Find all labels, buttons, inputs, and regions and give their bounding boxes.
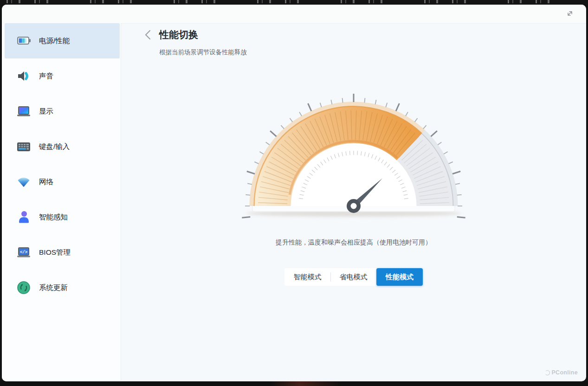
sidebar-item-network[interactable]: 网络 [5, 164, 120, 199]
mode-group: 智能模式 省电模式 性能模式 [284, 268, 423, 286]
sidebar-item-label: 系统更新 [39, 283, 68, 293]
watermark-label: PConline [551, 369, 578, 376]
sidebar-item-system-update[interactable]: 系统更新 [5, 270, 120, 305]
mode-button-smart[interactable]: 智能模式 [284, 268, 330, 286]
sidebar-item-label: 显示 [39, 107, 53, 116]
mode-button-power-saving[interactable]: 省电模式 [330, 268, 376, 286]
sidebar-item-label: 智能感知 [39, 212, 68, 222]
mode-button-performance[interactable]: 性能模式 [376, 268, 423, 286]
sidebar-item-power-performance[interactable]: 电源/性能 [5, 23, 120, 58]
sidebar: 电源/性能 声音 显示 [2, 23, 121, 381]
person-icon [16, 209, 32, 225]
bios-icon-text: </> [20, 250, 27, 255]
sidebar-item-label: 电源/性能 [39, 36, 70, 46]
wifi-icon [16, 174, 32, 190]
chevron-left-icon [143, 29, 154, 43]
mode-switcher: 智能模式 省电模式 性能模式 [121, 268, 586, 286]
expand-icon [566, 9, 574, 19]
bottom-frame-strip [0, 381, 588, 386]
keyboard-icon [16, 139, 32, 154]
settings-window: 电源/性能 声音 显示 [2, 5, 586, 381]
page-title: 性能切换 [159, 28, 198, 41]
gauge-caption: 提升性能，温度和噪声会相应提高（使用电池时可用） [121, 238, 586, 247]
watermark: PConline [545, 369, 578, 376]
sidebar-item-label: BIOS管理 [39, 248, 71, 257]
page-subtitle: 根据当前场景调节设备性能释放 [159, 48, 247, 57]
watermark-logo-icon [545, 370, 550, 375]
speaker-icon [16, 68, 32, 84]
sidebar-item-display[interactable]: 显示 [5, 94, 120, 129]
sidebar-item-label: 网络 [39, 177, 53, 187]
bios-laptop-icon: </> [16, 244, 32, 260]
expand-button[interactable] [565, 9, 575, 19]
sidebar-item-keyboard[interactable]: 键盘/输入 [5, 129, 120, 164]
main-panel: 性能切换 根据当前场景调节设备性能释放 提升性能，温度和噪声会相应提高（使用电池… [121, 23, 586, 381]
laptop-display-icon [16, 103, 32, 119]
battery-icon [16, 33, 32, 49]
update-arrows-icon [16, 280, 32, 296]
top-watermark-strip [0, 0, 588, 5]
gauge-graphic [238, 93, 470, 230]
performance-gauge [121, 93, 586, 230]
sidebar-item-label: 声音 [39, 71, 53, 81]
titlebar [2, 5, 586, 24]
sidebar-item-sound[interactable]: 声音 [5, 58, 120, 94]
sidebar-item-label: 键盘/输入 [39, 142, 70, 152]
sidebar-item-smart-sensing[interactable]: 智能感知 [5, 199, 120, 235]
back-button[interactable] [142, 30, 155, 42]
sidebar-item-bios[interactable]: </> BIOS管理 [5, 235, 120, 270]
